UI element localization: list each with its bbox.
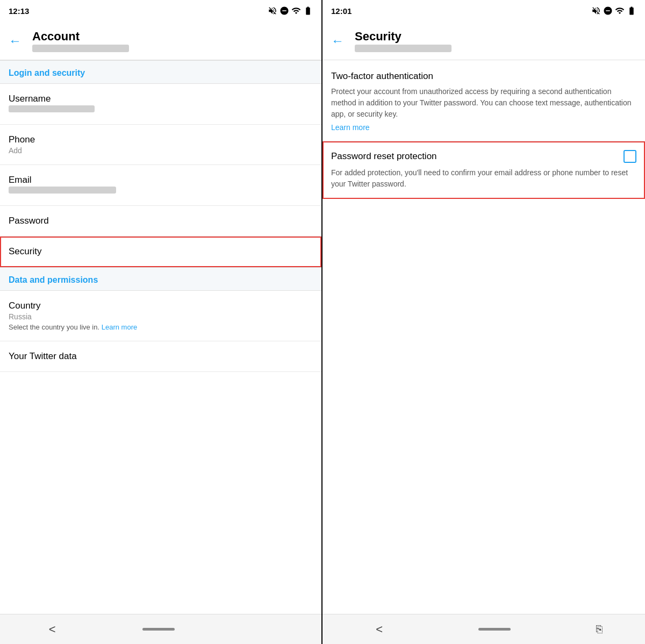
- phone-subtitle: Add: [9, 146, 313, 155]
- password-reset-title: Password reset protection: [331, 151, 437, 162]
- username-title: Username: [9, 94, 313, 104]
- password-reset-section[interactable]: Password reset protection For added prot…: [322, 141, 645, 199]
- right-header: ← Security: [322, 22, 645, 60]
- security-title: Security: [9, 246, 313, 257]
- menu-item-security[interactable]: Security: [0, 237, 321, 267]
- right-signal-icon: [615, 6, 625, 16]
- right-dnd-icon: [603, 6, 613, 16]
- data-permissions-section-header: Data and permissions: [0, 267, 321, 291]
- tfa-description: Protect your account from unauthorized a…: [331, 86, 636, 120]
- login-security-label: Login and security: [9, 68, 85, 77]
- battery-icon: [303, 6, 313, 16]
- right-nav-back[interactable]: <: [365, 618, 393, 641]
- left-status-bar: 12:13: [0, 0, 321, 22]
- password-reset-checkbox[interactable]: [624, 150, 636, 163]
- left-header-title-block: Account: [32, 30, 129, 52]
- menu-item-twitter-data[interactable]: Your Twitter data: [0, 341, 321, 372]
- password-reset-header: Password reset protection: [331, 150, 636, 163]
- menu-item-username[interactable]: Username: [0, 84, 321, 125]
- left-nav-back[interactable]: <: [38, 618, 67, 641]
- left-page-title: Account: [32, 30, 129, 44]
- right-header-title-block: Security: [355, 30, 452, 52]
- menu-item-phone[interactable]: Phone Add: [0, 125, 321, 165]
- country-extra: Select the country you live in. Learn mo…: [9, 323, 313, 331]
- right-status-icons: [591, 6, 636, 16]
- signal-icon: [291, 6, 301, 16]
- tfa-section: Two-factor authentication Protect your a…: [322, 60, 645, 141]
- country-subtitle: Russia: [9, 312, 313, 321]
- left-time: 12:13: [9, 6, 29, 16]
- menu-item-country[interactable]: Country Russia Select the country you li…: [0, 291, 321, 341]
- right-nav-pill[interactable]: [478, 628, 511, 631]
- right-nav-bar: < ⎘: [322, 614, 645, 644]
- email-title: Email: [9, 175, 313, 185]
- left-phone-panel: 12:13 ← Account Login and security Usern…: [0, 0, 322, 644]
- menu-item-email[interactable]: Email: [0, 165, 321, 206]
- right-page-title: Security: [355, 30, 452, 44]
- tfa-title: Two-factor authentication: [331, 71, 636, 82]
- menu-item-password[interactable]: Password: [0, 206, 321, 237]
- mute-icon: [268, 6, 277, 16]
- right-battery-icon: [627, 6, 636, 16]
- right-time: 12:01: [331, 6, 352, 16]
- dnd-icon: [280, 6, 289, 16]
- twitter-data-title: Your Twitter data: [9, 351, 313, 362]
- left-status-icons: [268, 6, 313, 16]
- country-learn-more-link[interactable]: Learn more: [102, 323, 137, 331]
- data-permissions-label: Data and permissions: [9, 275, 98, 284]
- right-content: Two-factor authentication Protect your a…: [322, 60, 645, 614]
- tfa-learn-more-link[interactable]: Learn more: [331, 123, 370, 132]
- password-title: Password: [9, 216, 313, 226]
- left-nav-bar: <: [0, 614, 321, 644]
- left-header: ← Account: [0, 22, 321, 60]
- left-back-button[interactable]: ←: [9, 33, 22, 48]
- country-select-text: Select the country you live in.: [9, 323, 99, 331]
- right-phone-panel: 12:01 ← Security Two-factor authenticati…: [322, 0, 645, 644]
- username-value-blurred: [9, 105, 95, 112]
- email-value-blurred: [9, 187, 116, 194]
- right-nav-recents[interactable]: ⎘: [596, 623, 603, 635]
- phone-title: Phone: [9, 134, 313, 145]
- country-title: Country: [9, 300, 313, 311]
- left-nav-pill[interactable]: [142, 628, 175, 631]
- login-security-section-header: Login and security: [0, 60, 321, 84]
- left-content: Login and security Username Phone Add Em…: [0, 60, 321, 614]
- password-reset-description: For added protection, you'll need to con…: [331, 167, 636, 190]
- right-status-bar: 12:01: [322, 0, 645, 22]
- left-username-blurred: [32, 45, 129, 52]
- right-back-button[interactable]: ←: [331, 33, 344, 48]
- right-username-blurred: [355, 45, 452, 52]
- right-mute-icon: [591, 6, 601, 16]
